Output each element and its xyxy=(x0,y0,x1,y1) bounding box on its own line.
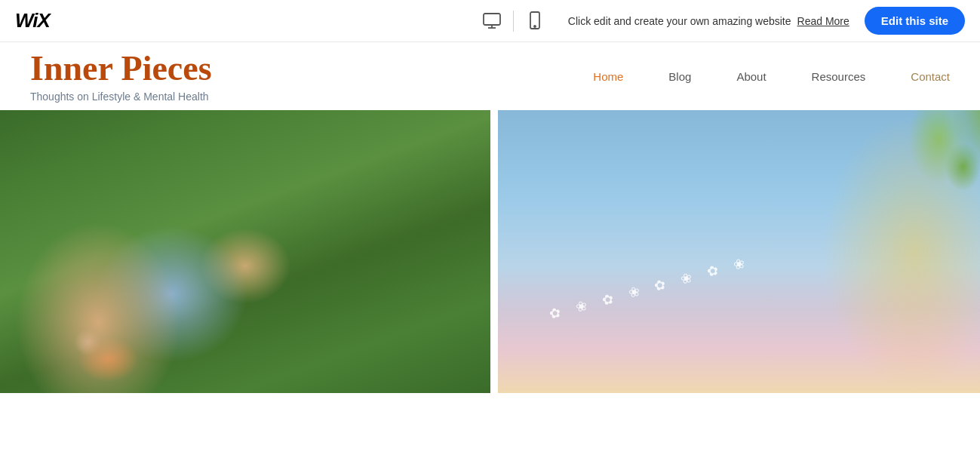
site-nav: Home Blog About Resources Contact xyxy=(593,70,950,83)
site-header: Inner Pieces Thoughts on Lifestyle & Men… xyxy=(0,42,980,110)
promo-text-area: Click edit and create your own amazing w… xyxy=(568,15,849,27)
nav-about[interactable]: About xyxy=(736,70,766,83)
edit-site-button[interactable]: Edit this site xyxy=(865,7,965,35)
wix-logo-area: WiX xyxy=(15,9,50,32)
device-toggle-group xyxy=(481,11,545,32)
site-branding: Inner Pieces Thoughts on Lifestyle & Men… xyxy=(30,50,287,103)
nav-resources[interactable]: Resources xyxy=(812,70,866,83)
nav-home[interactable]: Home xyxy=(593,70,623,83)
read-more-link[interactable]: Read More xyxy=(797,15,849,27)
nav-blog[interactable]: Blog xyxy=(668,70,691,83)
site-subtitle: Thoughts on Lifestyle & Mental Health xyxy=(30,91,287,103)
mobile-view-icon[interactable] xyxy=(524,11,545,32)
device-divider xyxy=(513,11,514,32)
hero-image-right xyxy=(498,110,981,393)
svg-point-4 xyxy=(534,26,536,27)
site-title: Inner Pieces xyxy=(30,50,287,88)
promo-text: Click edit and create your own amazing w… xyxy=(568,15,791,27)
hero-images-section xyxy=(0,110,980,393)
svg-rect-0 xyxy=(484,14,500,25)
top-bar: WiX Click edit and create your own amazi… xyxy=(0,0,980,42)
nav-contact[interactable]: Contact xyxy=(911,70,950,83)
wix-logo: WiX xyxy=(15,9,50,32)
desktop-view-icon[interactable] xyxy=(481,11,502,32)
hero-image-left xyxy=(0,110,490,393)
